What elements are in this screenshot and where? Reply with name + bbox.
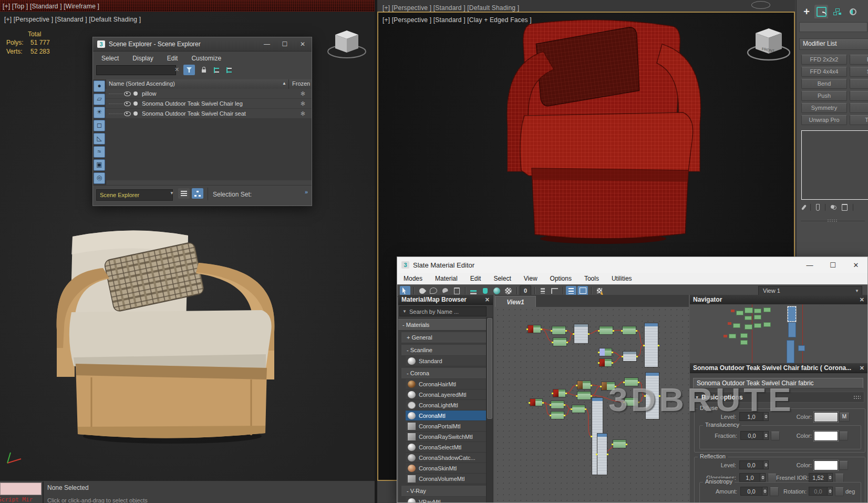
view-tab[interactable]: View1: [495, 296, 536, 307]
browser-item-coronamtl[interactable]: CoronaMtl: [406, 410, 487, 421]
modifier-button-ffd-4x4x4[interactable]: FFD 4x4x4: [801, 67, 847, 77]
tab-motion[interactable]: [846, 5, 860, 18]
search-options-arrow-icon[interactable]: ▼: [400, 309, 409, 314]
reflection-level-spinner[interactable]: 0,0: [739, 460, 769, 469]
scene-explorer-titlebar[interactable]: 3 Scene Explorer - Scene Explorer — ☐ ✕: [93, 37, 312, 52]
selection-dot-icon[interactable]: [133, 111, 138, 116]
lock-selection-button[interactable]: [198, 65, 210, 75]
modifier-button-ffd[interactable]: FFD: [850, 55, 868, 65]
hide-unused-slots-button[interactable]: [480, 286, 490, 295]
sort-ascending-icon[interactable]: ▲: [282, 81, 286, 86]
material-node[interactable]: [599, 326, 613, 335]
menu-select[interactable]: Select: [493, 275, 511, 282]
list-column-header[interactable]: Name (Sorted Ascending) ▲ Frozen: [106, 79, 312, 89]
maximize-button[interactable]: ☐: [276, 40, 294, 48]
collapse-hierarchy-button[interactable]: [224, 65, 236, 75]
layout-all-vertical-button[interactable]: [538, 286, 548, 295]
scene-object-row[interactable]: pillow✻: [106, 89, 312, 99]
browser-item-coronahairmtl[interactable]: CoronaHairMtl: [406, 379, 487, 389]
hierarchy-mode-button[interactable]: [192, 188, 203, 199]
object-name[interactable]: Sonoma Outdoor Teak Swivel Chair seat: [142, 110, 246, 117]
menu-tools[interactable]: Tools: [584, 275, 599, 282]
material-id-channel-button[interactable]: 0: [520, 285, 531, 296]
scrollbar-thumb[interactable]: [487, 318, 492, 419]
material-node[interactable]: [622, 326, 636, 335]
put-to-library-button[interactable]: [428, 286, 439, 295]
frozen-column-header[interactable]: Frozen: [292, 80, 310, 87]
menu-customize[interactable]: Customize: [191, 55, 221, 62]
toggle-parameter-editor-button[interactable]: [566, 286, 576, 295]
menu-display[interactable]: Display: [132, 55, 153, 62]
menu-material[interactable]: Material: [435, 275, 458, 282]
top-viewport-strip-right[interactable]: [+] [Perspective ] [Standard ] [Default …: [377, 0, 795, 12]
menu-view[interactable]: View: [524, 275, 538, 282]
footer-more-chevron[interactable]: »: [305, 189, 307, 195]
modifier-button-skin[interactable]: Skin: [850, 67, 868, 77]
browser-scrollbar[interactable]: [486, 317, 493, 502]
translucency-color-swatch[interactable]: [814, 431, 838, 441]
material-node[interactable]: [599, 358, 612, 367]
maxscript-listener-text[interactable]: Script Mir: [0, 496, 42, 503]
fresnel-map-button[interactable]: [835, 474, 844, 483]
modifier-button-push[interactable]: Push: [801, 91, 847, 101]
navigator-header[interactable]: Navigator ✕: [690, 295, 867, 305]
browser-item-coronalightmtl[interactable]: CoronaLightMtl: [406, 400, 487, 410]
close-icon[interactable]: ✕: [485, 296, 490, 303]
menu-utilities[interactable]: Utilities: [612, 275, 632, 282]
material-node[interactable]: [577, 381, 591, 389]
material-node[interactable]: [530, 398, 543, 406]
material-node[interactable]: [577, 391, 591, 400]
expand-hierarchy-button[interactable]: [212, 65, 223, 75]
modifier-list-dropdown[interactable]: Modifier List: [799, 38, 868, 50]
visibility-eye-icon[interactable]: [124, 111, 131, 116]
name-column-header[interactable]: Name (Sorted Ascending): [109, 80, 175, 87]
browser-search-placeholder[interactable]: Search by Name ...: [409, 309, 459, 315]
assign-material-button[interactable]: [440, 286, 450, 295]
browser-item-coronashadowcatc[interactable]: CoronaShadowCatc...: [406, 453, 487, 463]
browser-item-coronalayeredmtl[interactable]: CoronaLayeredMtl: [406, 389, 487, 400]
material-node[interactable]: [644, 323, 658, 367]
glossiness-spinner[interactable]: 1,0: [739, 473, 766, 482]
material-node[interactable]: [553, 389, 566, 397]
modifier-button-s[interactable]: S: [850, 79, 868, 89]
menu-modes[interactable]: Modes: [404, 275, 422, 282]
reflection-color-swatch[interactable]: [814, 460, 838, 470]
delete-selected-button[interactable]: [451, 286, 462, 295]
browser-header[interactable]: Material/Map Browser ✕: [398, 295, 493, 305]
menu-edit[interactable]: Edit: [167, 55, 178, 62]
show-shaded-material-button[interactable]: [491, 286, 502, 295]
viewport-label-left[interactable]: [+] [Perspective ] [Standard ] [Default …: [4, 16, 141, 23]
frozen-snowflake-icon[interactable]: ✻: [301, 110, 305, 117]
modifier-button-ffd-2x2x2[interactable]: FFD 2x2x2: [801, 55, 847, 65]
close-icon[interactable]: ✕: [860, 296, 864, 303]
wooden-chair-model[interactable]: [41, 222, 293, 448]
modifier-button-unwrap-pro[interactable]: Unwrap Pro: [801, 115, 847, 125]
maxscript-mini-listener[interactable]: [0, 483, 42, 495]
tab-hierarchy[interactable]: [830, 5, 844, 18]
viewport-label-top-right[interactable]: [+] [Perspective ] [Standard ] [Default …: [383, 4, 519, 12]
modifier-stack[interactable]: [801, 130, 868, 200]
amount-spinner[interactable]: 0,0: [740, 487, 768, 496]
browser-item-v-ray[interactable]: - V-Ray: [401, 486, 487, 497]
more-tools-chevron[interactable]: »: [97, 177, 100, 183]
explorer-name-dropdown[interactable]: Scene Explorer: [96, 189, 173, 201]
fresnel-ior-spinner[interactable]: 1,52: [809, 473, 833, 482]
modifier-button-no[interactable]: No: [850, 103, 868, 113]
viewcube[interactable]: [326, 26, 368, 63]
modifier-button-turbo[interactable]: Turbo: [850, 115, 868, 125]
reflection-map-button[interactable]: [839, 461, 848, 470]
move-children-button[interactable]: [468, 286, 479, 295]
material-node[interactable]: [597, 433, 607, 475]
fraction-map-button[interactable]: [771, 432, 780, 440]
close-icon[interactable]: ✕: [860, 365, 864, 372]
maximize-button[interactable]: ☐: [821, 261, 844, 269]
material-node[interactable]: [528, 325, 541, 333]
menu-edit[interactable]: Edit: [470, 275, 481, 282]
fraction-spinner[interactable]: 0,0: [740, 431, 769, 440]
select-tool-button[interactable]: [400, 286, 410, 295]
selection-dot-icon[interactable]: [133, 101, 138, 106]
navigator-minimap[interactable]: [690, 304, 867, 363]
modifier-button-symmetry[interactable]: Symmetry: [801, 103, 847, 113]
browser-item-corona[interactable]: - Corona: [401, 368, 487, 379]
browser-item-coronaskinmtl[interactable]: CoronaSkinMtl: [406, 463, 487, 474]
